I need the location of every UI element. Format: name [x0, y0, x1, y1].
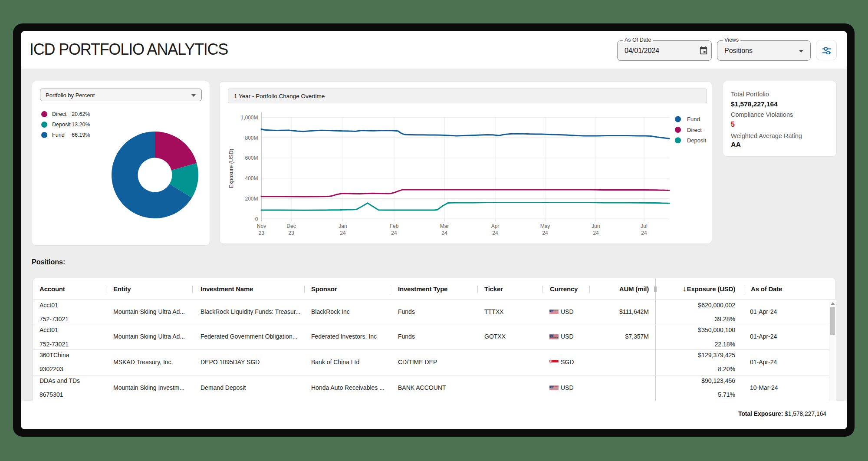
- svg-text:23: 23: [288, 230, 294, 236]
- svg-text:Dec: Dec: [286, 223, 296, 229]
- svg-text:800M: 800M: [245, 135, 258, 141]
- svg-text:24: 24: [542, 230, 548, 236]
- svg-text:200M: 200M: [245, 196, 258, 202]
- svg-text:24: 24: [441, 230, 447, 236]
- svg-text:23: 23: [259, 230, 265, 236]
- svg-text:600M: 600M: [245, 155, 258, 161]
- svg-text:24: 24: [641, 230, 647, 236]
- svg-text:24: 24: [593, 230, 599, 236]
- svg-text:24: 24: [391, 230, 397, 236]
- svg-text:400M: 400M: [245, 175, 258, 181]
- svg-text:Apr: Apr: [491, 223, 500, 229]
- svg-text:0: 0: [255, 216, 258, 222]
- svg-text:Fund: Fund: [687, 116, 700, 122]
- svg-text:Jan: Jan: [339, 223, 347, 229]
- svg-text:Nov: Nov: [257, 223, 266, 229]
- svg-text:Direct: Direct: [687, 127, 702, 133]
- svg-text:May: May: [540, 223, 550, 229]
- svg-text:Feb: Feb: [390, 223, 399, 229]
- svg-text:Jun: Jun: [592, 223, 600, 229]
- svg-text:24: 24: [492, 230, 498, 236]
- svg-text:Deposit: Deposit: [687, 137, 706, 144]
- svg-text:1,000M: 1,000M: [240, 115, 258, 121]
- svg-text:Mar: Mar: [440, 223, 449, 229]
- svg-text:Jul: Jul: [641, 223, 647, 229]
- svg-text:Exposure (USD): Exposure (USD): [228, 149, 234, 188]
- svg-text:24: 24: [340, 230, 346, 236]
